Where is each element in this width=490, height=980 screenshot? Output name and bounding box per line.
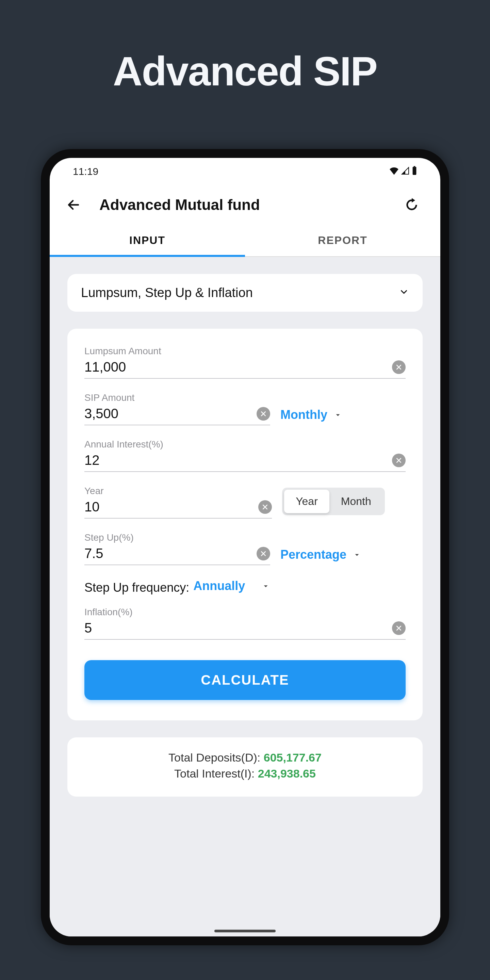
result-deposits-label: Total Deposits(D):	[169, 751, 260, 764]
interest-input[interactable]	[84, 453, 392, 468]
content-area[interactable]: Lumpsum, Step Up & Inflation Lumpsum Amo…	[50, 257, 440, 937]
stepup-frequency-dropdown[interactable]: Annually	[193, 579, 269, 597]
field-inflation: Inflation(%)	[84, 607, 406, 640]
form-card: Lumpsum Amount SIP Amount	[67, 329, 423, 721]
lumpsum-input[interactable]	[84, 360, 392, 375]
phone-frame: 11:19 Advanced Mutual fund	[41, 149, 449, 945]
stepup-frequency-value: Annually	[193, 579, 245, 593]
cell-signal-icon	[401, 166, 410, 177]
field-lumpsum: Lumpsum Amount	[84, 346, 406, 379]
svg-rect-0	[414, 166, 415, 167]
phone-screen: 11:19 Advanced Mutual fund	[50, 158, 440, 937]
wifi-icon	[389, 166, 399, 177]
close-icon	[395, 625, 402, 632]
inflation-clear-button[interactable]	[392, 621, 406, 635]
close-icon	[262, 504, 269, 511]
close-icon	[395, 457, 402, 464]
result-interest-label: Total Interest(I):	[174, 767, 255, 780]
svg-rect-1	[413, 167, 417, 175]
status-time: 11:19	[73, 166, 98, 177]
results-card: Total Deposits(D): 605,177.67 Total Inte…	[67, 737, 423, 797]
mode-selector-label: Lumpsum, Step Up & Inflation	[81, 285, 253, 300]
result-interest-value: 243,938.65	[258, 767, 316, 780]
caret-down-icon	[262, 579, 269, 593]
stepup-label: Step Up(%)	[84, 532, 270, 543]
caret-down-icon	[353, 547, 361, 562]
caret-down-icon	[334, 408, 342, 422]
mode-selector[interactable]: Lumpsum, Step Up & Inflation	[67, 274, 423, 312]
sip-frequency-dropdown[interactable]: Monthly	[280, 408, 406, 425]
stepup-input[interactable]	[84, 546, 256, 561]
field-sip: SIP Amount Monthly	[84, 392, 406, 425]
stepup-frequency-label: Step Up frequency:	[84, 581, 189, 595]
close-icon	[395, 364, 402, 371]
app-bar-title: Advanced Mutual fund	[99, 196, 389, 213]
stepup-mode-dropdown[interactable]: Percentage	[280, 547, 406, 565]
result-deposits-value: 605,177.67	[264, 751, 321, 764]
tenure-unit-year[interactable]: Year	[284, 490, 329, 513]
tab-report[interactable]: REPORT	[245, 224, 440, 256]
tenure-unit-segmented: Year Month	[282, 488, 385, 515]
refresh-button[interactable]	[402, 195, 421, 215]
page-title: Advanced SIP	[113, 48, 377, 95]
result-interest-row: Total Interest(I): 243,938.65	[78, 767, 412, 780]
status-bar: 11:19	[50, 158, 440, 185]
lumpsum-label: Lumpsum Amount	[84, 346, 406, 356]
field-tenure: Year Year Month	[84, 485, 406, 519]
tab-bar: INPUT REPORT	[50, 224, 440, 257]
app-bar: Advanced Mutual fund	[50, 185, 440, 224]
interest-label: Annual Interest(%)	[84, 439, 406, 450]
close-icon	[260, 410, 267, 417]
field-stepup-frequency: Step Up frequency: Annually	[84, 579, 406, 597]
tenure-unit-month[interactable]: Month	[329, 490, 383, 513]
tenure-label: Year	[84, 485, 272, 496]
chevron-down-icon	[399, 285, 409, 300]
tenure-clear-button[interactable]	[258, 500, 272, 514]
back-button[interactable]	[64, 195, 83, 215]
sip-frequency-value: Monthly	[280, 408, 327, 422]
interest-clear-button[interactable]	[392, 453, 406, 467]
tenure-input[interactable]	[84, 499, 258, 514]
inflation-label: Inflation(%)	[84, 607, 406, 617]
field-stepup: Step Up(%) Percentage	[84, 532, 406, 565]
calculate-button[interactable]: CALCULATE	[84, 660, 406, 700]
result-deposits-row: Total Deposits(D): 605,177.67	[78, 751, 412, 764]
arrow-left-icon	[66, 198, 81, 212]
stepup-clear-button[interactable]	[256, 547, 270, 560]
close-icon	[260, 550, 267, 557]
stepup-mode-value: Percentage	[280, 547, 347, 562]
sip-clear-button[interactable]	[256, 407, 270, 421]
inflation-input[interactable]	[84, 620, 392, 636]
sip-input[interactable]	[84, 406, 256, 421]
field-interest: Annual Interest(%)	[84, 439, 406, 472]
sip-label: SIP Amount	[84, 392, 270, 403]
lumpsum-clear-button[interactable]	[392, 360, 406, 374]
home-indicator[interactable]	[215, 930, 275, 932]
refresh-icon	[405, 198, 418, 212]
tab-input[interactable]: INPUT	[50, 224, 245, 256]
battery-icon	[412, 166, 417, 177]
